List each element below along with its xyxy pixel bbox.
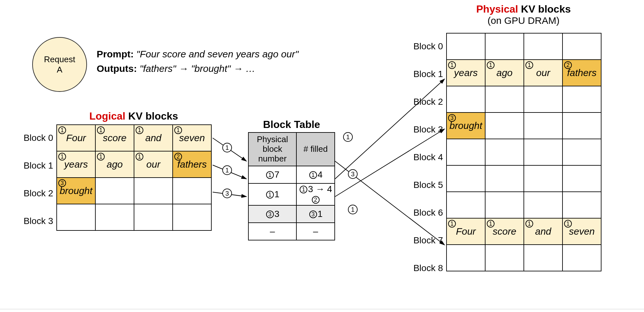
logical-cell: Four1 [57, 125, 95, 151]
bt-val: 4 [327, 184, 332, 194]
step-badge: 1 [309, 171, 317, 179]
kv-token: brought [449, 120, 482, 131]
step-badge: 3 [58, 179, 66, 187]
prompt-label: Prompt: [97, 49, 134, 59]
step-badge: 1 [564, 220, 572, 228]
logical-cell [134, 178, 173, 204]
physical-kv-table: years1ago1our1fathers2brought3Four1score… [446, 33, 601, 271]
step-badge: 1 [448, 61, 456, 69]
step-badge: 1 [136, 153, 143, 161]
prompt-text: "Four score and seven years ago our" [136, 49, 298, 59]
step-badge: 1 [58, 153, 66, 161]
physical-cell [447, 192, 485, 218]
bt-val: – [313, 226, 318, 236]
bt-header-physnum: Physical block number [248, 132, 296, 166]
logical-cell: years1 [57, 151, 95, 178]
physical-cell [485, 86, 524, 112]
svg-point-5 [223, 166, 232, 175]
logical-cell: fathers2 [173, 151, 211, 178]
physical-row-label: Block 4 [404, 152, 443, 162]
step-badge: 1 [266, 171, 274, 179]
svg-point-3 [223, 143, 232, 152]
step-badge: 2 [312, 196, 320, 204]
physical-cell: our1 [524, 60, 562, 86]
kv-token: our [536, 67, 550, 78]
kv-token: years [454, 67, 477, 78]
logical-cell [173, 178, 211, 204]
bt-val: 3 [308, 184, 313, 194]
svg-point-14 [343, 132, 352, 141]
step-badge: 2 [564, 61, 572, 69]
physical-cell: Four1 [447, 218, 485, 245]
kv-token: seven [179, 132, 205, 143]
kv-token: score [103, 132, 126, 143]
kv-token: brought [60, 185, 92, 196]
bt-cell-physnum: 17 [248, 166, 296, 183]
bt-header-filled: # filled [296, 132, 335, 166]
physical-row-label: Block 0 [404, 41, 443, 52]
physical-cell [524, 139, 562, 165]
svg-text:1: 1 [225, 167, 229, 174]
logical-row-label: Block 3 [14, 216, 53, 226]
physical-cell [562, 245, 601, 271]
logical-cell [57, 204, 95, 230]
outputs-label: Outputs: [97, 63, 137, 74]
step-badge: 3 [448, 114, 456, 122]
kv-token: Four [66, 132, 86, 143]
step-badge: 1 [525, 220, 533, 228]
title-logical-red: Logical [89, 110, 125, 122]
physical-cell: brought3 [447, 112, 485, 139]
block-table-wrap: Physical block number # filled 17141113 … [248, 132, 335, 240]
logical-cell [173, 204, 211, 230]
bt-val: 1 [274, 189, 280, 199]
title-logical-rest: KV blocks [125, 110, 178, 122]
physical-row-label: Block 3 [404, 124, 443, 135]
physical-row-label: Block 7 [404, 235, 443, 246]
physical-cell [485, 245, 524, 271]
logical-cell: score1 [95, 125, 134, 151]
bt-val: 1 [318, 209, 323, 219]
svg-line-1 [213, 165, 246, 179]
bt-cell-physnum: 33 [248, 205, 296, 223]
svg-text:1: 1 [351, 206, 354, 213]
physical-cell [485, 139, 524, 165]
physical-cell: ago1 [485, 60, 524, 86]
kv-token: our [146, 159, 160, 170]
physical-cell: score1 [485, 218, 524, 245]
physical-cell [562, 192, 601, 218]
physical-cell [447, 245, 485, 271]
physical-cell [447, 86, 485, 112]
physical-cell [447, 139, 485, 165]
physical-cell [447, 165, 485, 192]
svg-text:3: 3 [225, 190, 229, 197]
svg-text:3: 3 [351, 171, 354, 178]
step-badge: 1 [487, 61, 495, 69]
logical-cell [95, 178, 134, 204]
step-badge: 1 [136, 126, 143, 134]
physical-table-wrap: years1ago1our1fathers2brought3Four1score… [446, 33, 601, 271]
step-badge: 1 [174, 126, 182, 134]
prompt-block: Prompt: "Four score and seven years ago … [97, 47, 299, 76]
logical-table-wrap: Four1score1and1seven1years1ago1our1fathe… [56, 124, 212, 231]
title-physical-red: Physical [476, 3, 518, 15]
kv-token: score [493, 226, 516, 237]
bottom-rule [0, 309, 644, 309]
step-badge: 1 [448, 220, 456, 228]
kv-token: fathers [177, 159, 207, 170]
physical-cell [524, 33, 562, 60]
step-badge: 1 [300, 186, 307, 193]
physical-cell: and1 [524, 218, 562, 245]
logical-cell [95, 204, 134, 230]
physical-cell [524, 165, 562, 192]
title-logical: Logical KV blocks [84, 110, 184, 122]
svg-point-7 [223, 189, 232, 198]
svg-text:1: 1 [346, 133, 350, 141]
logical-row-label: Block 1 [14, 161, 53, 171]
outputs-text: "fathers" → "brought" → … [139, 63, 255, 74]
kv-token: ago [496, 67, 513, 78]
physical-cell [524, 86, 562, 112]
physical-row-label: Block 8 [404, 263, 443, 273]
title-block-table: Block Table [255, 119, 329, 131]
bt-val: – [270, 226, 275, 236]
bt-val: 4 [318, 170, 323, 180]
